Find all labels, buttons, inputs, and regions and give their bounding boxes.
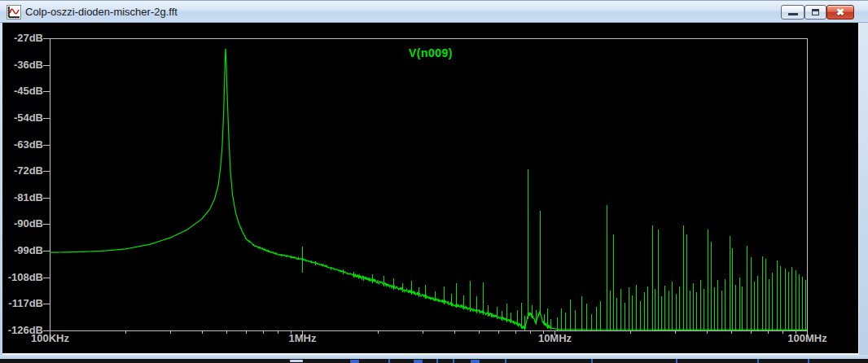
toolbar-icon-fragment bbox=[414, 360, 423, 363]
toolbar-separator-fragment bbox=[436, 359, 438, 363]
window-titlebar[interactable]: Colp-oszzi-dioden-mischer-2g.fft ✖ bbox=[0, 0, 868, 23]
toolbar-separator-fragment bbox=[388, 359, 390, 363]
window-frame-right[interactable] bbox=[859, 23, 868, 359]
restore-icon bbox=[812, 9, 819, 15]
window-title: Colp-oszzi-dioden-mischer-2g.fft bbox=[25, 6, 178, 18]
y-tick-label: -72dB bbox=[3, 164, 43, 177]
y-tick-label: -54dB bbox=[3, 112, 43, 125]
close-button[interactable]: ✖ bbox=[826, 5, 854, 20]
x-tick-label: 100KHz bbox=[14, 332, 87, 345]
x-tick-label: 10MHz bbox=[519, 332, 592, 345]
y-tick-label: -63dB bbox=[3, 138, 43, 151]
y-tick-label: -90dB bbox=[3, 217, 43, 230]
trace-legend[interactable]: V(n009) bbox=[52, 46, 809, 59]
toolbar-separator-fragment bbox=[808, 359, 809, 363]
y-tick-label: -45dB bbox=[3, 85, 43, 98]
minimize-button[interactable] bbox=[781, 5, 804, 20]
y-tick-label: -108dB bbox=[3, 271, 43, 284]
y-tick-label: -99dB bbox=[3, 244, 43, 257]
waveform-plot-icon bbox=[7, 5, 21, 20]
y-tick-label: -36dB bbox=[3, 59, 43, 72]
y-tick-label: -117dB bbox=[3, 297, 43, 310]
window-inner-edge bbox=[858, 23, 859, 355]
restore-button[interactable] bbox=[804, 5, 826, 20]
toolbar-icon-fragment bbox=[350, 360, 359, 363]
window-frame-left bbox=[0, 23, 2, 359]
minimize-icon bbox=[788, 13, 798, 15]
fft-plot-surface[interactable]: V(n009) bbox=[2, 23, 858, 355]
toolbar-separator-fragment bbox=[505, 359, 506, 363]
toolbar-separator-fragment bbox=[591, 359, 593, 363]
y-tick-label: -81dB bbox=[3, 191, 43, 204]
x-tick-label: 1MHz bbox=[266, 332, 340, 345]
close-icon: ✖ bbox=[827, 7, 853, 18]
x-tick-label: 100MHz bbox=[771, 332, 844, 345]
menu-text-fragment bbox=[290, 360, 303, 362]
y-tick-label: -27dB bbox=[3, 32, 43, 45]
toolbar-separator-fragment bbox=[453, 359, 454, 363]
toolbar-separator-fragment bbox=[676, 359, 677, 363]
toolbar-separator-fragment bbox=[757, 359, 759, 363]
toolbar-icon-fragment bbox=[471, 360, 480, 363]
background-window-sliver bbox=[0, 359, 868, 363]
